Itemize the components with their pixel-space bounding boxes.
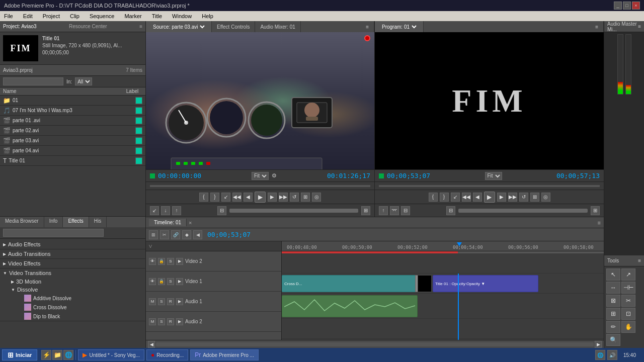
track-row-audio2[interactable]	[282, 319, 604, 339]
track-collapse-v2[interactable]: ▶	[176, 258, 183, 265]
prog-safe-margins[interactable]: ⊞	[530, 193, 539, 202]
program-fit-select[interactable]: Fit	[485, 172, 502, 180]
list-item[interactable]: 📁 01	[0, 96, 145, 106]
prog-zoom-in[interactable]: ⊞	[591, 206, 600, 215]
taskbar-icon-2[interactable]: 📁	[52, 350, 62, 360]
taskbar-app-recording[interactable]: ● Recording...	[146, 349, 188, 360]
effect-additive-dissolve[interactable]: Additive Dissolve	[8, 294, 145, 303]
add-marker-button[interactable]: ◆	[182, 230, 191, 239]
prog-play-button[interactable]: ▶	[484, 192, 495, 203]
set-in-button[interactable]: ↙	[221, 193, 230, 202]
prog-set-in[interactable]: ↙	[451, 193, 460, 202]
program-tab[interactable]: Program: 01	[375, 21, 424, 32]
track-row-video1[interactable]: Cross D... Title 01 : Opacity:Opacity ▼	[282, 274, 604, 294]
prog-step-back[interactable]: ◀◀	[462, 193, 471, 202]
slip-tool[interactable]: ⊞	[606, 308, 620, 320]
step-forward1-button[interactable]: ▶▶	[279, 193, 288, 202]
rolling-edit-tool[interactable]: ⊣⊢	[621, 282, 635, 294]
track-record-a2[interactable]: R	[167, 318, 174, 325]
pen-tool[interactable]: ✏	[606, 321, 620, 333]
project-tab[interactable]: Project: Aviao3	[3, 24, 37, 29]
menu-file[interactable]: File	[2, 13, 15, 19]
minimize-button[interactable]: _	[614, 2, 622, 10]
menu-clip[interactable]: Clip	[68, 13, 82, 19]
list-item[interactable]: T Title 01	[0, 156, 145, 166]
effect-dip-to-black[interactable]: Dip to Black	[8, 312, 145, 321]
taskbar-icon-3[interactable]: 🌐	[63, 350, 73, 360]
step-back-button[interactable]: ◀◀	[232, 193, 242, 202]
source-panel-menu[interactable]: ≡	[361, 21, 374, 32]
prog-zoom-out[interactable]: ⊟	[446, 206, 455, 215]
menu-title[interactable]: Title	[150, 13, 164, 19]
maximize-button[interactable]: □	[623, 2, 631, 10]
list-item[interactable]: 🎬 parte 04.avi	[0, 146, 145, 156]
insert-button[interactable]: ↙	[150, 206, 159, 215]
start-button[interactable]: ⊞ Iniciar	[2, 349, 37, 360]
rate-stretch-tool[interactable]: ⊠	[606, 295, 620, 307]
lift-button2[interactable]: ↑	[379, 206, 388, 215]
dissolve-header[interactable]: ▼ Dissolve	[8, 286, 145, 294]
prog-mark-in[interactable]: {	[429, 193, 438, 202]
track-sync-v2[interactable]: S	[167, 258, 174, 265]
horizontal-scrollbar[interactable]	[156, 342, 594, 346]
track-collapse-a1[interactable]: ▶	[176, 298, 183, 305]
audio-effects-header[interactable]: ▶ Audio Effects	[0, 240, 145, 249]
prog-zoom-bar[interactable]	[458, 209, 588, 213]
lift-button[interactable]: ↑	[172, 206, 181, 215]
tools-menu[interactable]: ≡	[638, 258, 641, 263]
razor-button[interactable]: ✂	[160, 230, 169, 239]
track-solo-a1[interactable]: S	[158, 298, 165, 305]
tab-effects[interactable]: Effects	[63, 217, 89, 227]
razor-tool[interactable]: ✂	[621, 295, 635, 307]
source-tab[interactable]: Source: parte 03.avi	[146, 21, 212, 32]
extract-button[interactable]: ⌤	[390, 206, 399, 215]
source-select[interactable]: Source: parte 03.avi	[151, 24, 206, 30]
timeline-scroll-bar[interactable]: ◀ ▶	[146, 340, 604, 348]
track-row-audio1[interactable]	[282, 294, 604, 319]
resource-center-tab[interactable]: Resource Center	[69, 24, 107, 29]
track-record-a1[interactable]: R	[167, 298, 174, 305]
menu-marker[interactable]: Marker	[122, 13, 143, 19]
track-mute-a1[interactable]: M	[149, 298, 156, 305]
audio-master-menu[interactable]: ≡	[638, 24, 641, 29]
menu-edit[interactable]: Edit	[21, 13, 35, 19]
video-effects-header[interactable]: ▶ Video Effects	[0, 259, 145, 268]
prog-back1[interactable]: ◀	[473, 193, 482, 202]
output-button[interactable]: ◎	[312, 193, 321, 202]
source-zoom-in-button[interactable]: ⊞	[361, 206, 370, 215]
source-zoom-button[interactable]: ⊟	[217, 206, 226, 215]
overwrite-button[interactable]: ↓	[161, 206, 170, 215]
scroll-right-icon[interactable]: ▶	[595, 341, 602, 348]
3d-motion-header[interactable]: ▶ 3D Motion	[8, 278, 145, 286]
track-lock-v2[interactable]: 🔒	[158, 258, 165, 265]
ripple-edit-tool[interactable]: ↔	[606, 282, 620, 294]
video-transitions-header[interactable]: ▼ Video Transitions	[0, 268, 145, 278]
list-item[interactable]: 🎬 parte 03.avi	[0, 136, 145, 146]
source-fit-select[interactable]: Fit	[252, 172, 269, 180]
program-scrubber-bar[interactable]	[379, 185, 600, 187]
menu-window[interactable]: Window	[170, 13, 194, 19]
close-timeline-icon[interactable]: ×	[189, 220, 192, 226]
source-settings-icon[interactable]: ⚙	[272, 172, 277, 179]
selection-tool[interactable]: ↖	[606, 268, 620, 281]
prog-loop[interactable]: ↺	[519, 193, 528, 202]
program-scrubber[interactable]	[375, 182, 604, 190]
track-mute-a2[interactable]: M	[149, 318, 156, 325]
tab-info[interactable]: Info	[44, 217, 63, 227]
timeline-panel-menu[interactable]: ≡	[598, 220, 601, 226]
track-row-video2[interactable]	[282, 253, 604, 274]
loop-button[interactable]: ↺	[290, 193, 299, 202]
zoom-tool[interactable]: 🔍	[606, 334, 620, 346]
hand-tool[interactable]: ✋	[621, 321, 635, 333]
list-item[interactable]: 🎬 parte 02.avi	[0, 126, 145, 136]
track-select-tool[interactable]: ↗	[621, 268, 635, 281]
source-timecode[interactable]: 00:00:00:00	[158, 172, 201, 179]
menu-project[interactable]: Project	[41, 13, 62, 19]
audio-transitions-header[interactable]: ▶ Audio Transitions	[0, 249, 145, 258]
menu-sequence[interactable]: Sequence	[88, 13, 117, 19]
volume-icon[interactable]: 🔊	[607, 350, 617, 360]
timeline-timecode[interactable]: 00;00;53;07	[207, 231, 251, 238]
safe-margins-button[interactable]: ⊞	[301, 193, 310, 202]
track-sync-v1[interactable]: S	[167, 278, 174, 285]
trim-button[interactable]: ⊟	[401, 206, 410, 215]
